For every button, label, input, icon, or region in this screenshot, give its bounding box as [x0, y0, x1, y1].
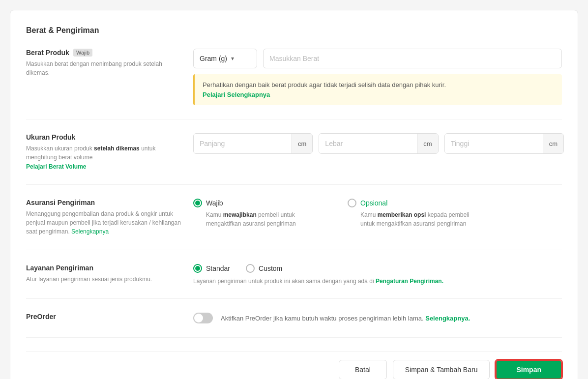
ukuran-label-col: Ukuran Produk Masukkan ukuran produk set…: [26, 133, 193, 171]
berat-input-wrapper: [263, 49, 562, 68]
preorder-row: PreOrder Aktifkan PreOrder jika kamu but…: [26, 313, 562, 338]
asuransi-link[interactable]: Selengkapnya: [71, 228, 109, 235]
layanan-info: Layanan pengiriman untuk produk ini akan…: [193, 278, 562, 285]
berat-label-col: Berat Produk Wajib Masukkan berat dengan…: [26, 49, 193, 77]
opsional-radio-label: Opsional: [360, 199, 387, 207]
layanan-label-col: Layanan Pengiriman Atur layanan pengirim…: [26, 264, 193, 284]
wajib-radio-label: Wajib: [206, 199, 223, 207]
preorder-toggle-row: Aktifkan PreOrder jika kamu butuh waktu …: [193, 313, 562, 323]
ukuran-input-col: cm cm cm: [193, 133, 564, 154]
wajib-radio-row: Wajib: [193, 199, 324, 207]
footer-bar: Batal Simpan & Tambah Baru Simpan: [26, 351, 562, 379]
chevron-down-icon: ▾: [231, 55, 234, 62]
custom-radio-label: Custom: [259, 264, 282, 272]
ukuran-label-text: Ukuran Produk: [26, 133, 75, 141]
ukuran-row: Ukuran Produk Masukkan ukuran produk set…: [26, 133, 562, 185]
batal-button[interactable]: Batal: [339, 360, 387, 379]
preorder-desc: Aktifkan PreOrder jika kamu butuh waktu …: [221, 315, 424, 322]
ukuran-desc: Masukkan ukuran produk setelah dikemas u…: [26, 144, 181, 162]
custom-radio-button[interactable]: [246, 264, 255, 273]
unit-select-label: Gram (g): [200, 55, 227, 62]
asuransi-radio-options: Wajib Kamu mewajibkan pembeli untuk meng…: [193, 199, 562, 228]
layanan-label-title: Layanan Pengiriman: [26, 264, 181, 272]
berat-input[interactable]: [263, 49, 562, 68]
ukuran-inputs: cm cm cm: [193, 133, 564, 154]
tinggi-unit: cm: [543, 134, 563, 153]
wajib-radio-button[interactable]: [193, 199, 202, 207]
ukuran-link[interactable]: Pelajari Berat Volume: [26, 163, 87, 170]
opsional-radio-desc: Kamu memberikan opsi kepada pembeli untu…: [360, 210, 478, 228]
preorder-label-col: PreOrder: [26, 313, 193, 323]
panjang-input-wrapper: cm: [193, 133, 313, 154]
warning-box: Perhatikan dengan baik berat produk agar…: [193, 74, 562, 105]
berat-label-title: Berat Produk Wajib: [26, 49, 181, 57]
warning-link[interactable]: Pelajari Selengkapnya: [203, 91, 270, 98]
card-title: Berat & Pengiriman: [26, 26, 562, 35]
preorder-text: Aktifkan PreOrder jika kamu butuh waktu …: [221, 315, 470, 322]
asuransi-label-title: Asuransi Pengiriman: [26, 199, 181, 206]
layanan-input-col: Standar Custom Layanan pengiriman untuk …: [193, 264, 562, 285]
lebar-input-wrapper: cm: [319, 133, 438, 154]
wajib-radio-desc: Kamu mewajibkan pembeli untuk mengaktifk…: [206, 210, 324, 228]
lebar-unit: cm: [417, 134, 438, 153]
custom-radio-row: Custom: [246, 264, 282, 273]
preorder-toggle[interactable]: [193, 313, 213, 323]
layanan-desc: Atur layanan pengiriman sesuai jenis pro…: [26, 275, 181, 284]
asuransi-label-text: Asuransi Pengiriman: [26, 199, 95, 206]
preorder-link[interactable]: Selengkapnya.: [425, 315, 470, 322]
main-card: Berat & Pengiriman Berat Produk Wajib Ma…: [10, 10, 578, 379]
layanan-label-text: Layanan Pengiriman: [26, 264, 93, 272]
lebar-input[interactable]: [319, 134, 417, 153]
asuransi-desc: Menanggung pengembalian dana produk & on…: [26, 209, 181, 236]
simpan-button[interactable]: Simpan: [496, 360, 562, 379]
ukuran-desc1: Masukkan ukuran produk: [26, 145, 94, 152]
panjang-input[interactable]: [194, 134, 292, 153]
standar-radio-label: Standar: [206, 264, 230, 272]
ukuran-desc1-bold: setelah dikemas: [94, 145, 140, 152]
ukuran-label-title: Ukuran Produk: [26, 133, 181, 141]
asuransi-label-col: Asuransi Pengiriman Menanggung pengembal…: [26, 199, 193, 236]
asuransi-input-col: Wajib Kamu mewajibkan pembeli untuk meng…: [193, 199, 562, 228]
simpan-tambah-button[interactable]: Simpan & Tambah Baru: [393, 360, 490, 379]
standar-radio-row: Standar: [193, 264, 230, 273]
preorder-input-col: Aktifkan PreOrder jika kamu butuh waktu …: [193, 313, 562, 323]
opsional-radio-button[interactable]: [348, 199, 356, 207]
asuransi-wajib-option: Wajib Kamu mewajibkan pembeli untuk meng…: [193, 199, 324, 228]
asuransi-row: Asuransi Pengiriman Menanggung pengembal…: [26, 199, 562, 250]
layanan-info-link[interactable]: Pengaturan Pengiriman.: [376, 278, 443, 285]
berat-desc: Masukkan berat dengan menimbang produk s…: [26, 59, 181, 77]
asuransi-opsional-option: Opsional Kamu memberikan opsi kepada pem…: [348, 199, 478, 228]
warning-text: Perhatikan dengan baik berat produk agar…: [203, 81, 446, 88]
standar-radio-button[interactable]: [193, 264, 202, 273]
page-wrapper: Berat & Pengiriman Berat Produk Wajib Ma…: [10, 10, 578, 379]
layanan-options: Standar Custom: [193, 264, 562, 273]
berat-badge: Wajib: [73, 49, 92, 57]
layanan-row: Layanan Pengiriman Atur layanan pengirim…: [26, 264, 562, 299]
berat-label-text: Berat Produk: [26, 49, 69, 57]
opsional-radio-row: Opsional: [348, 199, 478, 207]
unit-select-wrapper[interactable]: Gram (g) ▾: [193, 49, 257, 68]
preorder-label-title: PreOrder: [26, 313, 181, 321]
panjang-unit: cm: [292, 134, 312, 153]
berat-input-col: Gram (g) ▾ Perhatikan dengan baik berat …: [193, 49, 562, 105]
tinggi-input[interactable]: [445, 134, 543, 153]
berat-inputs: Gram (g) ▾: [193, 49, 562, 68]
preorder-label-text: PreOrder: [26, 313, 56, 321]
tinggi-input-wrapper: cm: [444, 133, 564, 154]
layanan-info-text: Layanan pengiriman untuk produk ini akan…: [193, 278, 376, 285]
berat-row: Berat Produk Wajib Masukkan berat dengan…: [26, 49, 562, 119]
